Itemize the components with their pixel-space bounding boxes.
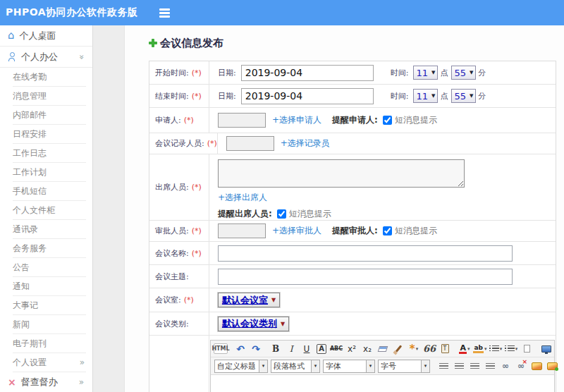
blockquote-button[interactable]: 66 <box>422 343 436 355</box>
strikethrough-button[interactable]: ABC <box>329 343 343 355</box>
attendees-textarea[interactable] <box>218 159 465 188</box>
sidebar-sub-item-label: 工作日志 <box>13 148 47 158</box>
new-page-button[interactable] <box>520 343 534 355</box>
sidebar-sub-item[interactable]: 在线考勤 <box>13 68 86 87</box>
meeting-name-input[interactable] <box>218 245 513 262</box>
field-label: 会议主题: <box>155 271 189 282</box>
subscript-button[interactable]: x₂ <box>360 343 374 355</box>
recorder-input[interactable] <box>226 136 274 151</box>
applicant-sms-checkbox[interactable] <box>383 116 392 125</box>
start-date-input[interactable] <box>241 65 374 81</box>
sidebar-sub-item[interactable]: 会务服务 <box>13 239 86 258</box>
end-date-input[interactable] <box>241 88 374 104</box>
sidebar-item-personal-settings[interactable]: 个人设置 » <box>13 353 86 372</box>
applicant-input[interactable] <box>218 113 266 128</box>
select-recorder-link[interactable]: +选择记录员 <box>281 137 330 149</box>
editor-toolbar-row-1: HTML ↶ ↷ B I U A ABC x² <box>211 341 554 357</box>
sidebar-sub-item[interactable]: 内部邮件 <box>13 106 86 125</box>
date-label: 日期: <box>218 91 236 102</box>
sidebar-sub-item[interactable]: 手机短信 <box>13 182 86 201</box>
unordered-list-button[interactable]: ▾ <box>504 343 518 355</box>
font-family-select[interactable]: 字体▾ <box>323 360 375 373</box>
attendees-sms-checkbox[interactable] <box>277 209 286 219</box>
sidebar-sub-item[interactable]: 新闻 <box>13 315 86 334</box>
insert-link-button[interactable]: ∞ <box>498 360 513 372</box>
sidebar-sub-item[interactable]: 消息管理 <box>13 87 86 106</box>
start-hour-select[interactable]: 11▼ <box>413 66 438 80</box>
italic-button[interactable]: I <box>284 343 298 355</box>
required-mark: (*) <box>192 92 202 101</box>
bold-button[interactable]: B <box>269 343 283 355</box>
approver-row: 审批人员:(*) +选择审批人 提醒审批人: 短消息提示 <box>149 221 556 242</box>
align-right-button[interactable] <box>467 360 482 372</box>
meeting-room-select[interactable]: 默认会议室▼ <box>218 293 280 307</box>
sidebar-sub-item[interactable]: 个人文件柜 <box>13 201 86 220</box>
select-approver-link[interactable]: +选择审批人 <box>272 225 321 237</box>
menu-toggle-icon[interactable] <box>157 6 173 20</box>
quick-format-button[interactable]: ▾ <box>407 343 421 355</box>
underline-button[interactable]: U <box>300 343 314 355</box>
sidebar-item-label: 督查督办 <box>21 376 58 388</box>
approver-input[interactable] <box>218 223 266 238</box>
eraser-button[interactable] <box>376 343 390 355</box>
font-color-button[interactable]: A▾ <box>458 343 472 355</box>
highlight-color-button[interactable]: ab▾ <box>473 343 487 355</box>
approver-sms-checkbox[interactable] <box>383 226 392 235</box>
html-source-button[interactable]: HTML <box>214 343 228 354</box>
end-minute-select[interactable]: 55▼ <box>451 89 476 103</box>
format-brush-button[interactable] <box>391 343 405 355</box>
sidebar-sub-item-label: 新闻 <box>13 319 30 329</box>
sidebar-sub-list: 在线考勤消息管理内部邮件日程安排工作日志工作计划手机短信个人文件柜通讯录会务服务… <box>0 68 92 353</box>
sidebar-sub-item[interactable]: 日程安排 <box>13 125 86 144</box>
undo-button[interactable]: ↶ <box>233 343 247 355</box>
superscript-button[interactable]: x² <box>345 343 359 355</box>
sidebar-sub-item-label: 工作计划 <box>13 167 47 177</box>
align-justify-button[interactable] <box>483 360 497 372</box>
insert-image-button[interactable] <box>529 360 544 372</box>
align-center-button[interactable] <box>452 360 466 372</box>
meeting-name-row: 会议名称:(*) <box>149 242 556 265</box>
fullscreen-button[interactable] <box>539 343 553 355</box>
sidebar-sub-item[interactable]: 工作日志 <box>13 144 86 163</box>
sms-hint-label: 短消息提示 <box>395 225 437 237</box>
select-attendees-link[interactable]: +选择出席人 <box>218 192 267 202</box>
select-applicant-link[interactable]: +选择申请人 <box>272 114 321 126</box>
paragraph-format-select[interactable]: 段落格式▾ <box>271 360 320 373</box>
paste-button[interactable]: T <box>438 343 452 355</box>
sidebar-sub-item[interactable]: 通讯录 <box>13 220 86 239</box>
required-mark: (*) <box>192 226 202 235</box>
font-style-button[interactable]: A <box>317 344 326 354</box>
editor-content-area[interactable] <box>211 374 554 392</box>
sidebar-item-personal-office[interactable]: 个人办公 » <box>0 47 92 68</box>
meeting-category-select[interactable]: 默认会议类别▼ <box>218 317 289 331</box>
field-label: 结束时间: <box>155 91 189 102</box>
sidebar-sub-item[interactable]: 电子期刊 <box>13 334 86 353</box>
content-editor-row: HTML ↶ ↷ B I U A ABC x² <box>149 336 556 392</box>
time-label: 时间: <box>391 68 409 78</box>
sidebar-sub-item[interactable]: 大事记 <box>13 296 86 315</box>
dropdown-arrow-icon: ▼ <box>271 297 276 303</box>
sidebar-item-personal-desktop[interactable]: ⌂ 个人桌面 <box>0 25 92 47</box>
start-minute-select[interactable]: 55▼ <box>451 66 476 80</box>
align-left-button[interactable] <box>436 360 450 372</box>
sidebar-sub-item-label: 公告 <box>13 262 30 272</box>
sidebar-item-supervision[interactable]: × 督查督办 » <box>0 372 92 392</box>
sidebar-sub-item-label: 通讯录 <box>13 224 38 234</box>
upload-image-button[interactable] <box>545 360 559 372</box>
user-icon <box>8 52 16 61</box>
redo-button[interactable]: ↷ <box>249 343 263 355</box>
sidebar-sub-item-label: 内部邮件 <box>13 110 47 120</box>
end-time-row: 结束时间:(*) 日期: 时间: 11▼ 点 55▼ 分 <box>149 85 556 108</box>
sidebar-sub-item[interactable]: 公告 <box>13 258 86 277</box>
meeting-topic-input[interactable] <box>218 269 513 285</box>
sidebar-sub-item[interactable]: 通知 <box>13 277 86 296</box>
heading-select[interactable]: 自定义标题▾ <box>214 360 268 373</box>
end-hour-select[interactable]: 11▼ <box>413 89 438 103</box>
remove-link-button[interactable]: ∞× <box>514 360 528 372</box>
insert-media-button[interactable] <box>560 360 564 372</box>
sidebar-item-label: 个人办公 <box>21 51 58 63</box>
ordered-list-button[interactable]: ▾ <box>489 343 503 355</box>
dropdown-caret-icon: ▾ <box>416 346 419 352</box>
font-size-select[interactable]: 字号▾ <box>378 360 430 373</box>
sidebar-sub-item[interactable]: 工作计划 <box>13 163 86 182</box>
